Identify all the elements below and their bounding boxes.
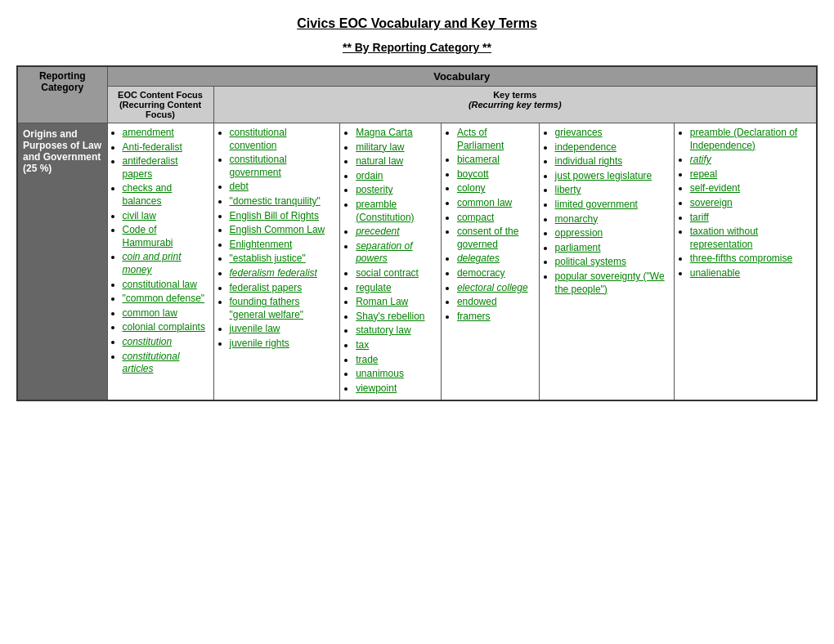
term-establish-justice[interactable]: "establish justice" — [230, 253, 306, 264]
term-domestic-tranq[interactable]: "domestic tranquility" — [230, 195, 321, 207]
category-label: Origins and Purposes of Law and Governme… — [23, 128, 101, 174]
term-checks-balances[interactable]: checks and balances — [123, 182, 173, 207]
term-constitutional-law[interactable]: constitutional law — [123, 279, 197, 290]
term-precedent[interactable]: precedent — [356, 226, 399, 237]
term-magna-carta[interactable]: Magna Carta — [356, 127, 412, 138]
term-taxation[interactable]: taxation without representation — [690, 226, 758, 250]
term-acts-parliament[interactable]: Acts of Parliament — [457, 127, 504, 151]
term-repeal[interactable]: repeal — [690, 168, 717, 180]
term-constitutional-articles[interactable]: constitutional articles — [123, 351, 180, 375]
list-item: individual rights — [555, 155, 670, 168]
term-liberty[interactable]: liberty — [555, 184, 581, 195]
term-viewpoint[interactable]: viewpoint — [356, 382, 397, 394]
term-regulate[interactable]: regulate — [356, 282, 391, 293]
term-preamble-const[interactable]: preamble (Constitution) — [356, 199, 414, 223]
term-sovereign[interactable]: sovereign — [690, 197, 733, 208]
term-limited-govt[interactable]: limited government — [555, 199, 638, 210]
list-item: antifederalist papers — [123, 155, 210, 181]
term-individual-rights[interactable]: individual rights — [555, 155, 623, 167]
term-endowed[interactable]: endowed — [457, 296, 497, 307]
term-bicameral[interactable]: bicameral — [457, 154, 500, 165]
term-debt[interactable]: debt — [230, 181, 249, 192]
list-item: colony — [457, 182, 535, 195]
term-delegates[interactable]: delegates — [457, 253, 500, 264]
term-english-bill[interactable]: English Bill of Rights — [230, 210, 319, 221]
list-item: endowed — [457, 296, 535, 309]
vocab-col-1: constitutional convention constitutional… — [213, 123, 340, 401]
term-monarchy[interactable]: monarchy — [555, 213, 599, 225]
list-item: repeal — [690, 168, 812, 181]
list-item: tariff — [690, 212, 812, 225]
term-coin-print[interactable]: coin and print money — [123, 251, 182, 275]
list-item: unanimous — [356, 368, 437, 381]
term-posterity[interactable]: posterity — [356, 184, 392, 195]
term-tax[interactable]: tax — [356, 339, 369, 351]
list-item: amendment — [123, 127, 210, 140]
term-ordain[interactable]: ordain — [356, 170, 383, 181]
col-header-keyterms: Key terms(Recurring key terms) — [213, 87, 817, 123]
term-framers[interactable]: framers — [457, 311, 491, 322]
term-shays-rebellion[interactable]: Shay's rebellion — [356, 311, 424, 322]
term-federalist-papers[interactable]: federalist papers — [230, 282, 303, 293]
term-const-govt[interactable]: constitutional government — [230, 154, 287, 178]
term-unanimous[interactable]: unanimous — [356, 368, 404, 379]
list-item: "domestic tranquility" — [230, 195, 336, 208]
term-amendment[interactable]: amendment — [123, 127, 174, 138]
term-tariff[interactable]: tariff — [690, 212, 709, 223]
term-code-hammurabi[interactable]: Code of Hammurabi — [123, 224, 173, 248]
term-popular-sovereignty[interactable]: popular sovereignty ("We the people") — [555, 271, 665, 295]
term-common-law[interactable]: common law — [123, 307, 177, 319]
list-item: three-fifths compromise — [690, 253, 812, 266]
term-federalism[interactable]: federalism federalist — [230, 267, 317, 279]
term-electoral-college[interactable]: electoral college — [457, 282, 528, 293]
term-anti-federalist[interactable]: Anti-federalist — [123, 141, 182, 153]
list-item: Roman Law — [356, 296, 437, 309]
term-three-fifths[interactable]: three-fifths compromise — [690, 253, 792, 264]
list-item: "establish justice" — [230, 253, 336, 266]
term-english-common[interactable]: English Common Law — [230, 224, 325, 235]
term-separation-powers[interactable]: separation of powers — [356, 240, 412, 265]
term-preamble-decl[interactable]: preamble (Declaration of Independence) — [690, 127, 797, 151]
term-social-contract[interactable]: social contract — [356, 267, 419, 279]
list-item: self-evident — [690, 182, 812, 195]
term-unalienable[interactable]: unalienable — [690, 267, 740, 279]
term-grievances[interactable]: grievances — [555, 127, 603, 138]
eoc-list: amendment Anti-federalist antifederalist… — [111, 127, 210, 376]
list-item: viewpoint — [356, 382, 437, 396]
list-item: posterity — [356, 184, 437, 197]
term-statutory-law[interactable]: statutory law — [356, 324, 410, 336]
vocab-list-2: Magna Carta military law natural law ord… — [344, 127, 437, 395]
term-antifederalist-papers[interactable]: antifederalist papers — [123, 155, 178, 180]
term-colony[interactable]: colony — [457, 182, 486, 194]
term-enlightenment[interactable]: Enlightenment — [230, 239, 293, 250]
term-consent-governed[interactable]: consent of the governed — [457, 226, 518, 250]
term-democracy[interactable]: democracy — [457, 267, 505, 279]
list-item: military law — [356, 141, 437, 154]
term-political-systems[interactable]: political systems — [555, 256, 626, 267]
term-const-convention[interactable]: constitutional convention — [230, 127, 287, 151]
term-colonial-complaints[interactable]: colonial complaints — [123, 321, 205, 333]
term-self-evident[interactable]: self-evident — [690, 182, 740, 194]
term-common-law2[interactable]: common law — [457, 197, 512, 208]
term-natural-law[interactable]: natural law — [356, 155, 403, 167]
term-juvenile-law[interactable]: juvenile law — [230, 323, 280, 334]
list-item: Code of Hammurabi — [123, 224, 210, 249]
vocab-col-2: Magna Carta military law natural law ord… — [340, 123, 442, 401]
term-military-law[interactable]: military law — [356, 141, 404, 153]
term-independence[interactable]: independence — [555, 141, 617, 153]
term-juvenile-rights[interactable]: juvenile rights — [230, 338, 289, 349]
term-compact[interactable]: compact — [457, 212, 494, 223]
list-item: monarchy — [555, 213, 670, 226]
term-constitution[interactable]: constitution — [123, 336, 173, 347]
term-oppression[interactable]: oppression — [555, 227, 603, 239]
list-item: Enlightenment — [230, 239, 336, 252]
term-roman-law[interactable]: Roman Law — [356, 296, 408, 307]
term-boycott[interactable]: boycott — [457, 168, 489, 180]
term-founding-fathers[interactable]: founding fathers "general welfare" — [230, 296, 304, 320]
term-common-defense[interactable]: "common defense" — [123, 293, 205, 304]
term-trade[interactable]: trade — [356, 354, 378, 365]
term-ratify[interactable]: ratify — [690, 154, 711, 165]
term-civil-law[interactable]: civil law — [123, 210, 156, 221]
term-parliament[interactable]: parliament — [555, 242, 601, 253]
term-just-powers[interactable]: just powers legislature — [555, 170, 652, 181]
